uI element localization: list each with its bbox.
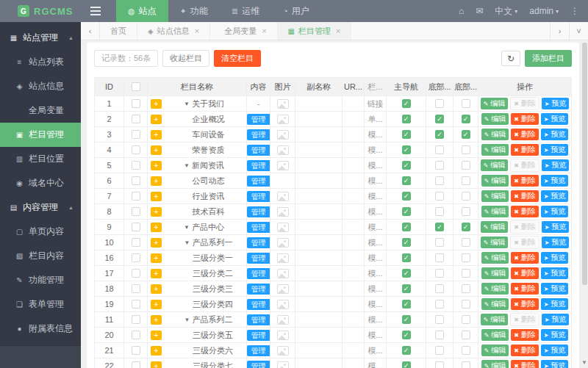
sidebar-item-域名中心[interactable]: ◉域名中心 bbox=[0, 171, 81, 195]
manage-button[interactable]: 管理 bbox=[247, 191, 270, 202]
add-child-button[interactable]: + bbox=[151, 192, 162, 201]
footer1-checkbox[interactable] bbox=[435, 284, 444, 293]
delete-button[interactable]: ✖ 删除 bbox=[511, 283, 538, 295]
footer2-checkbox[interactable] bbox=[462, 284, 470, 293]
delete-button[interactable]: ✖ 删除 bbox=[511, 206, 538, 217]
add-child-button[interactable]: + bbox=[151, 315, 162, 325]
delete-button[interactable]: ✖ 删除 bbox=[510, 236, 539, 249]
add-child-button[interactable]: + bbox=[151, 161, 162, 170]
edit-button[interactable]: ✎ 编辑 bbox=[481, 283, 509, 295]
row-select-checkbox[interactable] bbox=[132, 145, 140, 154]
sidebar-item-单页内容[interactable]: ▢单页内容 bbox=[0, 220, 81, 244]
row-select-checkbox[interactable] bbox=[132, 130, 140, 139]
tab-close-icon[interactable]: × bbox=[195, 26, 199, 35]
select-all-checkbox[interactable] bbox=[132, 82, 140, 91]
main-nav-checkbox[interactable]: ✓ bbox=[402, 315, 411, 324]
manage-button[interactable]: 管理 bbox=[247, 284, 270, 295]
preview-button[interactable]: ➤ 预览 bbox=[541, 329, 568, 341]
edit-button[interactable]: ✎ 编辑 bbox=[481, 159, 508, 171]
footer1-checkbox[interactable]: ✓ bbox=[435, 223, 444, 231]
top-nav-item[interactable]: ◍站点 bbox=[116, 0, 168, 22]
preview-button[interactable]: ➤ 预览 bbox=[541, 360, 568, 368]
preview-button[interactable]: ➤ 预览 bbox=[542, 98, 569, 109]
footer1-checkbox[interactable] bbox=[435, 346, 444, 355]
manage-button[interactable]: 管理 bbox=[247, 330, 270, 341]
footer2-checkbox[interactable] bbox=[462, 361, 470, 368]
user-dropdown[interactable]: admin ▾ bbox=[529, 6, 559, 16]
delete-button[interactable]: ✖ 删除 bbox=[511, 113, 538, 125]
delete-button[interactable]: ✖ 删除 bbox=[511, 267, 538, 279]
manage-button[interactable]: 管理 bbox=[247, 206, 270, 217]
add-category-button[interactable]: 添加栏目 bbox=[525, 50, 572, 67]
preview-button[interactable]: ➤ 预览 bbox=[541, 113, 568, 125]
delete-button[interactable]: ✖ 删除 bbox=[510, 220, 539, 234]
manage-button[interactable]: 管理 bbox=[247, 268, 270, 279]
edit-button[interactable]: ✎ 编辑 bbox=[481, 329, 509, 341]
footer2-checkbox[interactable]: ✓ bbox=[462, 115, 470, 123]
preview-button[interactable]: ➤ 预览 bbox=[542, 314, 569, 325]
footer2-checkbox[interactable] bbox=[462, 331, 470, 339]
delete-button[interactable]: ✖ 删除 bbox=[511, 329, 538, 341]
row-select-checkbox[interactable] bbox=[132, 99, 140, 108]
collapse-categories-button[interactable]: 收起栏目 bbox=[162, 50, 209, 67]
edit-button[interactable]: ✎ 编辑 bbox=[481, 314, 508, 325]
preview-button[interactable]: ➤ 预览 bbox=[541, 267, 568, 279]
main-nav-checkbox[interactable]: ✓ bbox=[402, 300, 411, 309]
add-child-button[interactable]: + bbox=[151, 176, 162, 186]
delete-button[interactable]: ✖ 删除 bbox=[511, 129, 538, 140]
row-select-checkbox[interactable] bbox=[132, 284, 140, 293]
tab-close-icon[interactable]: × bbox=[262, 26, 266, 35]
delete-button[interactable]: ✖ 删除 bbox=[511, 252, 538, 264]
footer2-checkbox[interactable] bbox=[462, 315, 470, 324]
row-select-checkbox[interactable] bbox=[132, 176, 140, 185]
row-select-checkbox[interactable] bbox=[132, 331, 140, 339]
add-child-button[interactable]: + bbox=[151, 284, 162, 294]
footer2-checkbox[interactable] bbox=[462, 253, 470, 262]
edit-button[interactable]: ✎ 编辑 bbox=[481, 237, 508, 248]
main-nav-checkbox[interactable]: ✓ bbox=[402, 269, 411, 278]
manage-button[interactable]: 管理 bbox=[247, 222, 270, 233]
delete-button[interactable]: ✖ 删除 bbox=[511, 360, 538, 368]
top-nav-item[interactable]: ≣运维 bbox=[220, 0, 271, 22]
row-select-checkbox[interactable] bbox=[132, 269, 140, 278]
collapse-caret-icon[interactable]: ▼ bbox=[184, 101, 190, 107]
main-nav-checkbox[interactable]: ✓ bbox=[402, 284, 411, 293]
collapse-caret-icon[interactable]: ▼ bbox=[184, 224, 190, 231]
add-child-button[interactable]: + bbox=[151, 300, 162, 309]
main-nav-checkbox[interactable]: ✓ bbox=[402, 238, 411, 247]
add-child-button[interactable]: + bbox=[151, 145, 162, 155]
delete-button[interactable]: ✖ 删除 bbox=[511, 190, 538, 202]
manage-button[interactable]: 管理 bbox=[247, 361, 270, 368]
add-child-button[interactable]: + bbox=[151, 269, 162, 278]
footer1-checkbox[interactable]: ✓ bbox=[435, 130, 444, 139]
footer1-checkbox[interactable] bbox=[435, 269, 444, 278]
tab-全局变量[interactable]: 全局变量× bbox=[210, 22, 277, 40]
edit-button[interactable]: ✎ 编辑 bbox=[481, 175, 509, 187]
footer1-checkbox[interactable] bbox=[435, 331, 444, 339]
tab-栏目管理[interactable]: ▦栏目管理× bbox=[278, 22, 352, 40]
footer2-checkbox[interactable]: ✓ bbox=[462, 223, 470, 231]
tab-首页[interactable]: 首页 bbox=[100, 22, 137, 40]
footer1-checkbox[interactable] bbox=[435, 99, 444, 108]
row-select-checkbox[interactable] bbox=[132, 361, 140, 368]
sidebar-item-栏目内容[interactable]: ▧栏目内容 bbox=[0, 244, 81, 268]
sidebar-item-附属表信息[interactable]: ●附属表信息 bbox=[0, 317, 81, 341]
footer2-checkbox[interactable] bbox=[462, 269, 470, 278]
footer2-checkbox[interactable] bbox=[462, 99, 470, 108]
preview-button[interactable]: ➤ 预览 bbox=[541, 298, 568, 310]
sidebar-group-header[interactable]: ▦站点管理▲ bbox=[0, 26, 81, 50]
preview-button[interactable]: ➤ 预览 bbox=[541, 252, 568, 264]
footer2-checkbox[interactable] bbox=[462, 161, 470, 170]
top-nav-item[interactable]: ✦功能 bbox=[168, 0, 220, 22]
main-nav-checkbox[interactable]: ✓ bbox=[402, 99, 411, 108]
add-child-button[interactable]: + bbox=[151, 115, 162, 124]
edit-button[interactable]: ✎ 编辑 bbox=[481, 252, 509, 264]
message-icon[interactable]: ✉ bbox=[476, 6, 483, 16]
more-options-icon[interactable]: ⋮ bbox=[570, 6, 579, 16]
preview-button[interactable]: ➤ 预览 bbox=[541, 129, 568, 140]
row-select-checkbox[interactable] bbox=[132, 253, 140, 262]
preview-button[interactable]: ➤ 预览 bbox=[541, 190, 568, 202]
delete-button[interactable]: ✖ 删除 bbox=[511, 144, 538, 156]
clear-categories-button[interactable]: 清空栏目 bbox=[214, 50, 261, 67]
home-icon[interactable]: ⌂ bbox=[459, 6, 464, 16]
